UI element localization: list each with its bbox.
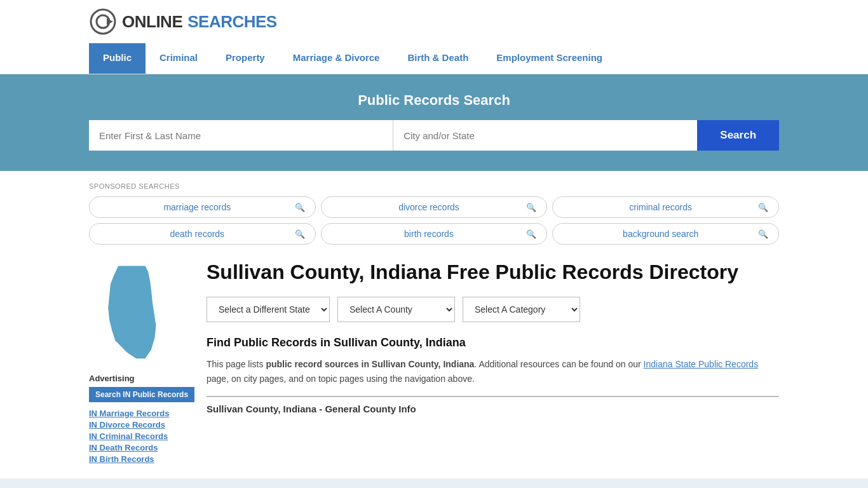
sponsored-divorce-text: divorce records: [332, 202, 527, 212]
search-icon-1: 🔍: [295, 203, 305, 212]
main-section: Advertising Search IN Public Records IN …: [89, 260, 779, 466]
advertising-label: Advertising: [89, 374, 187, 383]
logo-text-online: ONLINE: [122, 12, 182, 32]
search-banner-title: Public Records Search: [89, 92, 779, 109]
sidebar-link-criminal[interactable]: IN Criminal Records: [89, 431, 187, 441]
nav-criminal[interactable]: Criminal: [146, 43, 212, 74]
nav-public[interactable]: Public: [89, 43, 146, 74]
sponsored-marriage[interactable]: marriage records 🔍: [89, 196, 316, 218]
nav-marriage-divorce[interactable]: Marriage & Divorce: [279, 43, 394, 74]
description-text: This page lists public record sources in…: [207, 357, 779, 386]
sponsored-marriage-text: marriage records: [100, 202, 295, 212]
search-banner: Public Records Search Search: [0, 74, 868, 171]
main-nav: Public Criminal Property Marriage & Divo…: [0, 43, 868, 74]
search-icon-6: 🔍: [758, 229, 768, 239]
nav-birth-death[interactable]: Birth & Death: [393, 43, 482, 74]
logo-text-searches: SEARCHES: [187, 12, 276, 32]
dropdowns-row: Select a Different State Select A County…: [207, 297, 779, 322]
desc-end: page, on city pages, and on topic pages …: [207, 374, 475, 384]
desc-plain: This page lists: [207, 359, 266, 369]
search-button[interactable]: Search: [697, 120, 779, 151]
search-form: Search: [89, 120, 779, 151]
main-content-area: SPONSORED SEARCHES marriage records 🔍 di…: [0, 171, 868, 478]
search-icon-2: 🔍: [526, 203, 536, 212]
name-input[interactable]: [89, 120, 393, 151]
search-icon-3: 🔍: [758, 203, 768, 212]
nav-property[interactable]: Property: [212, 43, 279, 74]
find-records-title: Find Public Records in Sullivan County, …: [207, 336, 779, 349]
logo-icon: [89, 8, 117, 36]
indiana-records-link[interactable]: Indiana State Public Records: [644, 359, 759, 369]
sidebar-link-birth[interactable]: IN Birth Records: [89, 454, 187, 464]
desc-bold: public record sources in Sullivan County…: [266, 359, 474, 369]
sponsored-background[interactable]: background search 🔍: [552, 223, 779, 245]
sponsored-background-text: background search: [563, 229, 758, 239]
location-input[interactable]: [393, 120, 697, 151]
state-map: [89, 260, 172, 362]
logo[interactable]: ONLINESEARCHES: [89, 8, 277, 36]
sponsored-birth-text: birth records: [332, 229, 527, 239]
state-dropdown[interactable]: Select a Different State: [207, 297, 330, 322]
sponsored-death[interactable]: death records 🔍: [89, 223, 316, 245]
desc-mid: . Additional resources can be found on o…: [474, 359, 643, 369]
search-icon-4: 🔍: [295, 229, 305, 239]
sponsored-divorce[interactable]: divorce records 🔍: [321, 196, 548, 218]
svg-marker-2: [107, 18, 113, 25]
county-info-header: Sullivan County, Indiana - General Count…: [207, 396, 779, 414]
sponsored-death-text: death records: [100, 229, 295, 239]
sponsored-criminal-text: criminal records: [563, 202, 758, 212]
main-content: Sullivan County, Indiana Free Public Rec…: [207, 260, 779, 466]
sidebar-link-marriage[interactable]: IN Marriage Records: [89, 409, 187, 418]
county-dropdown[interactable]: Select A County: [337, 297, 455, 322]
sponsored-birth[interactable]: birth records 🔍: [321, 223, 548, 245]
category-dropdown[interactable]: Select A Category: [463, 297, 580, 322]
sidebar: Advertising Search IN Public Records IN …: [89, 260, 187, 466]
sidebar-link-death[interactable]: IN Death Records: [89, 443, 187, 452]
page-title: Sullivan County, Indiana Free Public Rec…: [207, 260, 779, 284]
search-icon-5: 🔍: [526, 229, 536, 239]
ad-search-button[interactable]: Search IN Public Records: [89, 387, 194, 402]
sponsored-label: SPONSORED SEARCHES: [89, 182, 779, 190]
site-header: ONLINESEARCHES: [0, 0, 868, 43]
sponsored-criminal[interactable]: criminal records 🔍: [552, 196, 779, 218]
sidebar-link-divorce[interactable]: IN Divorce Records: [89, 420, 187, 430]
nav-employment[interactable]: Employment Screening: [482, 43, 616, 74]
sponsored-grid: marriage records 🔍 divorce records 🔍 cri…: [89, 196, 779, 245]
